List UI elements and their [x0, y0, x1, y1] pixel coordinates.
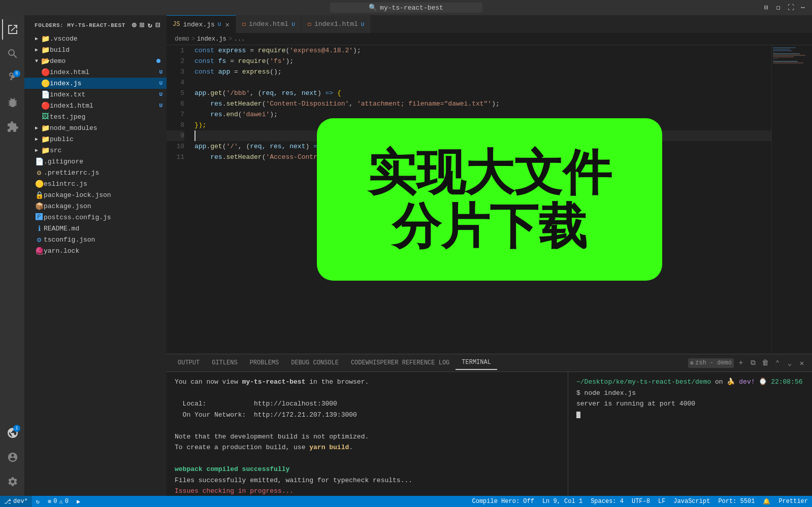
status-errors[interactable]: ⊗ 0 ⚠ 0: [44, 496, 73, 507]
fullscreen-icon[interactable]: ⛶: [787, 4, 795, 12]
terminal-right[interactable]: ~/Desktop/ke/my-ts-react-best/demo on 🍌 …: [568, 372, 812, 496]
collapse-icon[interactable]: ⊟: [155, 20, 160, 30]
activity-debug[interactable]: [2, 92, 22, 113]
ln-col-text: Ln 9, Col 1: [542, 498, 582, 505]
status-encoding[interactable]: UTF-8: [628, 498, 654, 505]
breadcrumb-demo[interactable]: demo: [175, 36, 189, 43]
tree-label-eslintrc: eslintrc.js: [44, 180, 163, 188]
panel-tab-terminal[interactable]: TERMINAL: [456, 356, 497, 370]
tab-index-html-label: index.html: [249, 20, 288, 28]
panel-close-btn[interactable]: ✕: [797, 358, 807, 368]
refresh-icon[interactable]: ↻: [148, 20, 153, 30]
tree-item-prettierrc[interactable]: ⚙ .prettierrc.js: [24, 167, 167, 178]
status-ln-col[interactable]: Ln 9, Col 1: [538, 498, 587, 505]
tree-item-node-modules[interactable]: ▶ 📁 node_modules: [24, 122, 167, 133]
status-port[interactable]: Port: 5501: [714, 498, 759, 505]
mini-map-content: [772, 45, 812, 65]
panel-tab-problems[interactable]: PROBLEMS: [244, 356, 285, 369]
status-bar: ⎇ dev* ↻ ⊗ 0 ⚠ 0 ▶ Compile Hero: Off Ln …: [0, 496, 812, 507]
window-icon[interactable]: ◻: [774, 4, 783, 12]
tree-item-test-jpeg[interactable]: 🖼 test.jpeg: [24, 111, 167, 122]
status-left: ⎇ dev* ↻ ⊗ 0 ⚠ 0 ▶: [0, 496, 84, 507]
term-line-7: To create a production build, use yarn b…: [175, 443, 560, 453]
tree-item-index-txt[interactable]: 📄 index.txt U: [24, 89, 167, 100]
tree-item-pkg-lock[interactable]: 🔒 package-lock.json: [24, 189, 167, 200]
tree-item-index-html[interactable]: 🔴 index.html U: [24, 66, 167, 78]
term-line-1: You can now view my-ts-react-best in the…: [175, 377, 560, 387]
layout-icon[interactable]: ⊟: [762, 4, 770, 12]
branch-icon: ⎇: [4, 498, 11, 505]
panel-split-btn[interactable]: ⧉: [748, 358, 758, 368]
tree-item-tsconfig[interactable]: ⚙ tsconfig.json: [24, 234, 167, 245]
panel-tab-gitlens[interactable]: GITLENS: [206, 356, 243, 369]
activity-bottom: 1: [2, 423, 22, 492]
tree-item-gitignore[interactable]: 📄 .gitignore: [24, 156, 167, 167]
activity-git[interactable]: 5: [2, 68, 22, 88]
activity-search[interactable]: [2, 44, 22, 64]
tree-item-vscode[interactable]: ▶ 📁 .vscode: [24, 33, 167, 44]
breadcrumb-dots: ...: [234, 36, 245, 43]
tree-item-build[interactable]: ▶ 📁 build: [24, 44, 167, 55]
panel-tab-codewhisperer[interactable]: CODEWHISPERER REFERENCE LOG: [345, 356, 456, 369]
new-file-icon[interactable]: ⊕: [132, 20, 137, 30]
code-line-8: });: [194, 120, 771, 130]
tab-index1-html-label: index1.html: [314, 20, 358, 28]
panel-trash-btn[interactable]: 🗑: [760, 358, 770, 368]
tree-item-pkg-json[interactable]: 📦 package.json: [24, 200, 167, 212]
status-compile-hero[interactable]: Compile Hero: Off: [468, 498, 538, 505]
panel-add-btn[interactable]: +: [736, 358, 746, 368]
tree-item-src[interactable]: ▶ 📁 src: [24, 145, 167, 156]
activity-settings[interactable]: [2, 471, 22, 492]
html1-icon: 🔴: [41, 102, 50, 110]
breadcrumb-indexjs[interactable]: index.js: [197, 36, 226, 43]
panel-up-btn[interactable]: ⌃: [772, 358, 783, 368]
status-line-ending[interactable]: LF: [654, 498, 669, 505]
activity-extensions[interactable]: [2, 117, 22, 137]
activity-account[interactable]: [2, 447, 22, 467]
error-icon: ⊗: [48, 498, 51, 505]
term-line-8: [175, 454, 560, 464]
more-icon[interactable]: ⋯: [799, 4, 807, 12]
term-right-1: ~/Desktop/ke/my-ts-react-best/demo on 🍌 …: [576, 377, 804, 387]
tab-close-index-js[interactable]: ✕: [225, 20, 229, 29]
status-spaces[interactable]: Spaces: 4: [587, 498, 628, 505]
yarn-lock-icon: 🧶: [35, 247, 44, 255]
panel-tab-debug[interactable]: DEBUG CONSOLE: [285, 356, 345, 369]
tree-item-index-js[interactable]: 🟡 index.js U: [24, 78, 167, 89]
tree-item-demo[interactable]: ▼ 📂 demo: [24, 55, 167, 66]
tab-index-js[interactable]: JS index.js U ✕: [167, 15, 236, 33]
main-layout: 5 1 FOLDERS: MY-TS-REACT-BEST ⊕: [0, 15, 812, 496]
status-prettier[interactable]: Prettier: [774, 498, 812, 505]
breadcrumb-sep1: >: [191, 36, 195, 43]
folder-icon-src: 📁: [41, 146, 50, 155]
tree-arrow-build: ▶: [33, 47, 41, 53]
new-folder-icon[interactable]: ⊞: [140, 20, 145, 30]
term-line-6: Note that the development build is not o…: [175, 432, 560, 442]
activity-remote[interactable]: 1: [2, 423, 22, 443]
tree-item-postcss[interactable]: 🅿 postcss.config.js: [24, 212, 167, 223]
panel-tab-output[interactable]: OUTPUT: [172, 356, 206, 369]
tab-index-html[interactable]: ◻ index.html U: [236, 15, 302, 33]
tree-item-index1-html[interactable]: 🔴 index1.html U: [24, 100, 167, 111]
tree-item-yarn-lock[interactable]: 🧶 yarn.lock: [24, 245, 167, 256]
panel-shell-selector[interactable]: ⊕ zsh - demo: [688, 358, 734, 368]
shell-label: zsh - demo: [695, 359, 732, 366]
search-bar[interactable]: 🔍 my-ts-react-best: [330, 3, 482, 13]
tree-item-readme[interactable]: ℹ README.md: [24, 223, 167, 234]
status-sync[interactable]: ↻: [32, 496, 44, 507]
tree-arrow-public: ▶: [33, 136, 41, 142]
tree-item-public[interactable]: ▶ 📁 public: [24, 133, 167, 145]
tab-index-html-modified: U: [291, 21, 295, 27]
tab-index1-html[interactable]: ◻ index1.html U: [302, 15, 371, 33]
panel-maximize-btn[interactable]: ⌄: [785, 358, 795, 368]
spaces-text: Spaces: 4: [591, 498, 624, 505]
activity-explorer[interactable]: [2, 19, 22, 40]
status-notifications[interactable]: 🔔: [759, 498, 774, 505]
status-play[interactable]: ▶: [73, 496, 84, 507]
code-lines: 12345 6789 1011 const express = require(…: [167, 45, 812, 354]
tree-item-eslintrc[interactable]: 🟡 eslintrc.js: [24, 178, 167, 189]
status-language[interactable]: JavaScript: [669, 498, 714, 505]
terminal-left[interactable]: You can now view my-ts-react-best in the…: [167, 372, 568, 496]
tree-label-index-txt: index.txt: [50, 91, 157, 98]
status-branch[interactable]: ⎇ dev*: [0, 496, 32, 507]
